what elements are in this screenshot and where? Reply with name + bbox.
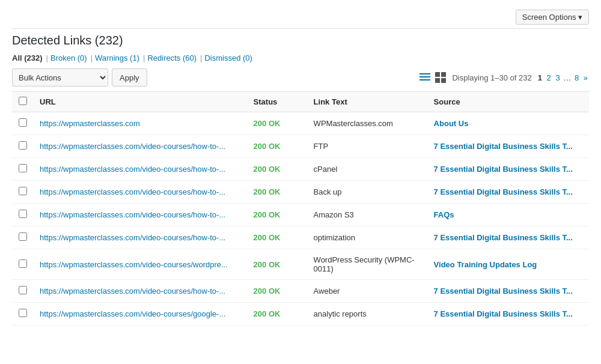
row-url-cell: https://wpmasterclasses.com/video-course… (34, 181, 248, 204)
source-link[interactable]: Video Training Updates Log (434, 260, 537, 269)
th-source: Source (428, 92, 589, 112)
row-url-cell: https://wpmasterclasses.com (34, 112, 248, 135)
svg-rect-3 (435, 72, 440, 77)
url-link[interactable]: https://wpmasterclasses.com (40, 119, 140, 128)
row-status-cell: 200 OK (248, 303, 308, 326)
table-row: https://wpmasterclasses.com200 OKWPMaste… (12, 112, 589, 135)
page-8-link[interactable]: 8 (575, 73, 579, 82)
page-next-link[interactable]: » (584, 73, 588, 82)
row-url-cell: https://wpmasterclasses.com/video-course… (34, 226, 248, 249)
row-checkbox-cell (12, 249, 34, 280)
source-link[interactable]: 7 Essential Digital Business Skills T... (434, 187, 573, 196)
row-linktext-cell: WordPress Security (WPMC-0011) (308, 249, 428, 280)
row-status-cell: 200 OK (248, 280, 308, 303)
row-status-cell: 200 OK (248, 112, 308, 135)
row-checkbox[interactable] (19, 118, 27, 127)
select-all-checkbox[interactable] (19, 97, 27, 105)
filter-link-redirects[interactable]: Redirects (60) (147, 53, 197, 62)
apply-button[interactable]: Apply (112, 68, 147, 86)
links-table: URL Status Link Text Source https://wpma… (12, 91, 589, 326)
view-icons (418, 71, 447, 84)
row-checkbox[interactable] (19, 259, 27, 268)
source-link[interactable]: About Us (434, 119, 469, 128)
table-row: https://wpmasterclasses.com/video-course… (12, 226, 589, 249)
url-link[interactable]: https://wpmasterclasses.com/video-course… (40, 287, 225, 296)
filter-link-warnings[interactable]: Warnings (1) (95, 53, 139, 62)
url-link[interactable]: https://wpmasterclasses.com/video-course… (40, 142, 225, 151)
row-checkbox-cell (12, 226, 34, 249)
source-link[interactable]: FAQs (434, 210, 454, 219)
svg-rect-4 (441, 72, 446, 77)
row-checkbox[interactable] (19, 286, 27, 294)
table-row: https://wpmasterclasses.com/video-course… (12, 303, 589, 326)
url-link[interactable]: https://wpmasterclasses.com/video-course… (40, 187, 225, 196)
table-row: https://wpmasterclasses.com/video-course… (12, 135, 589, 158)
row-checkbox-cell (12, 135, 34, 158)
row-linktext-cell: Amazon S3 (308, 204, 428, 226)
row-checkbox[interactable] (19, 187, 27, 195)
row-linktext-cell: analytic reports (308, 303, 428, 326)
table-body: https://wpmasterclasses.com200 OKWPMaste… (12, 112, 589, 326)
url-link[interactable]: https://wpmasterclasses.com/video-course… (40, 309, 225, 318)
row-status-cell: 200 OK (248, 181, 308, 204)
bulk-actions-select[interactable]: Bulk Actions Dismiss (12, 68, 108, 86)
row-url-cell: https://wpmasterclasses.com/video-course… (34, 280, 248, 303)
row-source-cell: 7 Essential Digital Business Skills T... (428, 135, 589, 158)
table-header-row: URL Status Link Text Source (12, 92, 589, 112)
source-link[interactable]: 7 Essential Digital Business Skills T... (434, 142, 573, 151)
row-checkbox-cell (12, 204, 34, 226)
table-row: https://wpmasterclasses.com/video-course… (12, 158, 589, 181)
row-url-cell: https://wpmasterclasses.com/video-course… (34, 204, 248, 226)
status-badge: 200 OK (254, 119, 281, 128)
filter-link-all[interactable]: All (232) (12, 53, 43, 62)
row-linktext-cell: cPanel (308, 158, 428, 181)
page-1-link[interactable]: 1 (538, 73, 542, 82)
status-badge: 200 OK (254, 165, 281, 174)
status-badge: 200 OK (254, 233, 281, 242)
filter-link-broken[interactable]: Broken (0) (50, 53, 87, 62)
svg-rect-0 (419, 73, 430, 74)
row-checkbox[interactable] (19, 210, 27, 218)
th-url: URL (34, 92, 248, 112)
th-linktext: Link Text (308, 92, 428, 112)
row-checkbox[interactable] (19, 164, 27, 172)
source-link[interactable]: 7 Essential Digital Business Skills T... (434, 287, 573, 296)
row-checkbox[interactable] (19, 232, 27, 241)
svg-rect-1 (419, 76, 430, 77)
row-status-cell: 200 OK (248, 249, 308, 280)
table-row: https://wpmasterclasses.com/video-course… (12, 181, 589, 204)
page-2-link[interactable]: 2 (547, 73, 551, 82)
filter-links: All (232) | Broken (0) | Warnings (1) | … (12, 53, 589, 62)
status-badge: 200 OK (254, 210, 281, 219)
list-view-icon[interactable] (418, 71, 432, 84)
row-checkbox-cell (12, 280, 34, 303)
row-checkbox-cell (12, 112, 34, 135)
row-checkbox-cell (12, 181, 34, 204)
row-checkbox[interactable] (19, 309, 27, 317)
url-link[interactable]: https://wpmasterclasses.com/video-course… (40, 165, 225, 174)
source-link[interactable]: 7 Essential Digital Business Skills T... (434, 233, 573, 242)
url-link[interactable]: https://wpmasterclasses.com/video-course… (40, 210, 225, 219)
row-source-cell: 7 Essential Digital Business Skills T... (428, 158, 589, 181)
row-linktext-cell: FTP (308, 135, 428, 158)
source-link[interactable]: 7 Essential Digital Business Skills T... (434, 309, 573, 318)
top-bar: Screen Options ▾ (12, 6, 589, 29)
url-link[interactable]: https://wpmasterclasses.com/video-course… (40, 260, 228, 269)
filter-separator: | (200, 53, 202, 62)
th-status: Status (248, 92, 308, 112)
row-status-cell: 200 OK (248, 204, 308, 226)
status-badge: 200 OK (254, 309, 281, 318)
filter-link-dismissed[interactable]: Dismissed (0) (204, 53, 252, 62)
row-source-cell: FAQs (428, 204, 589, 226)
grid-view-icon[interactable] (434, 71, 447, 84)
table-row: https://wpmasterclasses.com/video-course… (12, 204, 589, 226)
url-link[interactable]: https://wpmasterclasses.com/video-course… (40, 233, 225, 242)
screen-options-button[interactable]: Screen Options ▾ (516, 10, 589, 25)
page-title: Detected Links (232) (12, 34, 589, 47)
row-status-cell: 200 OK (248, 135, 308, 158)
row-checkbox[interactable] (19, 141, 27, 150)
source-link[interactable]: 7 Essential Digital Business Skills T... (434, 165, 573, 174)
filter-separator: | (143, 53, 145, 62)
page-3-link[interactable]: 3 (555, 73, 560, 82)
row-linktext-cell: WPMasterclasses.com (308, 112, 428, 135)
